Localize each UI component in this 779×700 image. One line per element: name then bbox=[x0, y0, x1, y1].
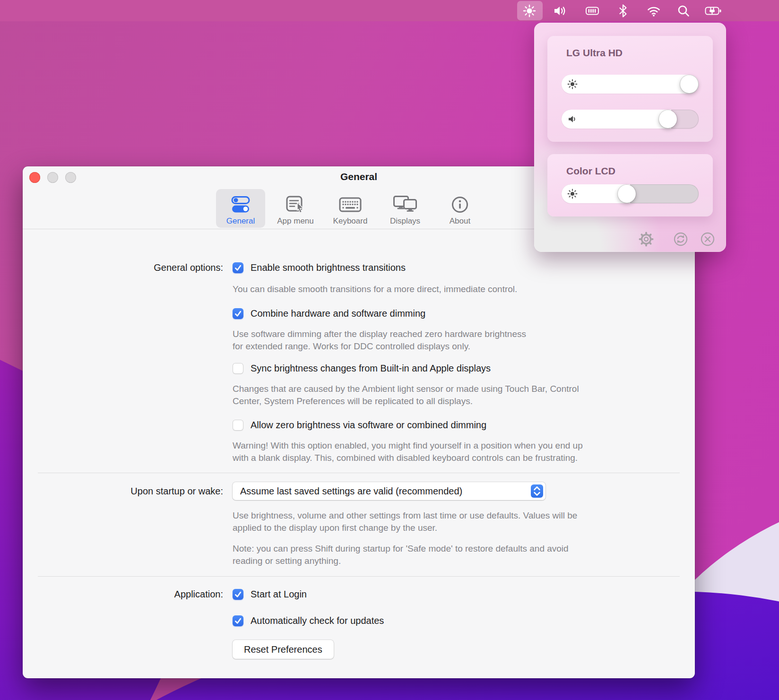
checkbox-sync-brightness[interactable] bbox=[233, 363, 243, 374]
checkbox-auto-updates[interactable] bbox=[233, 615, 243, 626]
toolbar-tabs: General App menu bbox=[216, 189, 485, 228]
option-row: Start at Login bbox=[233, 589, 307, 600]
volume-slider[interactable] bbox=[562, 110, 699, 129]
app-menu-icon bbox=[286, 194, 305, 216]
slider-knob[interactable] bbox=[680, 75, 698, 93]
info-icon bbox=[451, 194, 469, 216]
tab-label: App menu bbox=[277, 216, 314, 226]
startup-select[interactable]: Assume last saved settings are valid (re… bbox=[233, 482, 545, 500]
display-name: Color LCD bbox=[566, 165, 615, 177]
brightness-slider[interactable] bbox=[562, 75, 699, 94]
battery-charging-icon[interactable] bbox=[705, 4, 723, 18]
tab-label: Displays bbox=[390, 216, 420, 226]
checkbox-start-at-login[interactable] bbox=[233, 589, 243, 600]
slider-knob[interactable] bbox=[659, 110, 677, 128]
display-card-color-lcd: Color LCD bbox=[547, 154, 713, 216]
keyboard-brightness-icon[interactable] bbox=[585, 4, 599, 18]
tab-general[interactable]: General bbox=[216, 189, 265, 228]
checkbox-zero-brightness[interactable] bbox=[233, 420, 243, 431]
option-label: Combine hardware and software dimming bbox=[251, 308, 425, 319]
option-label: Automatically check for updates bbox=[251, 615, 384, 626]
reset-preferences-button[interactable]: Reset Preferences bbox=[233, 640, 334, 659]
option-description: Warning! With this option enabled, you m… bbox=[233, 440, 583, 464]
option-description: You can disable smooth transitions for a… bbox=[233, 283, 517, 295]
option-row: Combine hardware and software dimming bbox=[233, 308, 425, 319]
refresh-icon[interactable] bbox=[672, 231, 689, 248]
option-row: Sync brightness changes from Built-in an… bbox=[233, 363, 491, 374]
application-label: Application: bbox=[23, 589, 223, 600]
startup-label: Upon startup or wake: bbox=[23, 486, 223, 497]
sun-icon bbox=[567, 189, 578, 199]
option-row: Enable smooth brightness transitions bbox=[233, 262, 406, 273]
settings-gear-icon[interactable] bbox=[638, 231, 655, 248]
section-divider bbox=[38, 473, 680, 473]
brightness-icon[interactable] bbox=[522, 4, 537, 18]
search-icon[interactable] bbox=[676, 4, 691, 18]
tab-label: About bbox=[450, 216, 470, 226]
slider-fill bbox=[562, 75, 699, 94]
menu-bar bbox=[0, 0, 779, 21]
slider-knob[interactable] bbox=[618, 185, 636, 203]
tab-keyboard[interactable]: Keyboard bbox=[326, 189, 375, 228]
select-chevrons-icon bbox=[531, 484, 543, 498]
option-description: Use software dimming after the display r… bbox=[233, 328, 526, 353]
brightness-slider[interactable] bbox=[562, 184, 699, 203]
tab-app-menu[interactable]: App menu bbox=[271, 189, 320, 228]
speaker-icon bbox=[567, 114, 578, 124]
startup-select-value: Assume last saved settings are valid (re… bbox=[240, 482, 462, 500]
option-label: Enable smooth brightness transitions bbox=[251, 262, 406, 273]
tab-label: General bbox=[226, 216, 255, 226]
display-name: LG Ultra HD bbox=[566, 47, 623, 59]
tab-displays[interactable]: Displays bbox=[381, 189, 430, 228]
slider-fill bbox=[562, 110, 671, 129]
checkbox-smooth-transitions[interactable] bbox=[233, 262, 243, 273]
brightness-popover: LG Ultra HD bbox=[534, 23, 726, 252]
option-description: Changes that are caused by the Ambient l… bbox=[233, 383, 579, 407]
display-card-lg-ultra-hd: LG Ultra HD bbox=[547, 36, 713, 142]
displays-icon bbox=[393, 194, 417, 216]
option-row: Automatically check for updates bbox=[233, 615, 384, 626]
volume-icon[interactable] bbox=[553, 4, 567, 18]
option-row: Allow zero brightness via software or co… bbox=[233, 420, 486, 431]
keyboard-icon bbox=[339, 194, 362, 216]
wifi-icon[interactable] bbox=[647, 4, 661, 18]
tab-about[interactable]: About bbox=[435, 189, 485, 228]
toggles-icon bbox=[230, 194, 251, 216]
general-options-label: General options: bbox=[23, 262, 223, 273]
option-label: Start at Login bbox=[251, 589, 307, 600]
option-label: Allow zero brightness via software or co… bbox=[251, 420, 486, 431]
startup-note: Note: you can press Shift during startup… bbox=[233, 543, 569, 567]
tab-label: Keyboard bbox=[333, 216, 368, 226]
option-label: Sync brightness changes from Built-in an… bbox=[251, 363, 491, 374]
bluetooth-icon[interactable] bbox=[616, 4, 630, 18]
startup-description: Use brightness, volume and other setting… bbox=[233, 510, 577, 534]
sun-icon bbox=[567, 79, 578, 89]
section-divider bbox=[38, 576, 680, 577]
close-popover-icon[interactable] bbox=[699, 231, 716, 248]
checkbox-combine-dimming[interactable] bbox=[233, 308, 243, 319]
